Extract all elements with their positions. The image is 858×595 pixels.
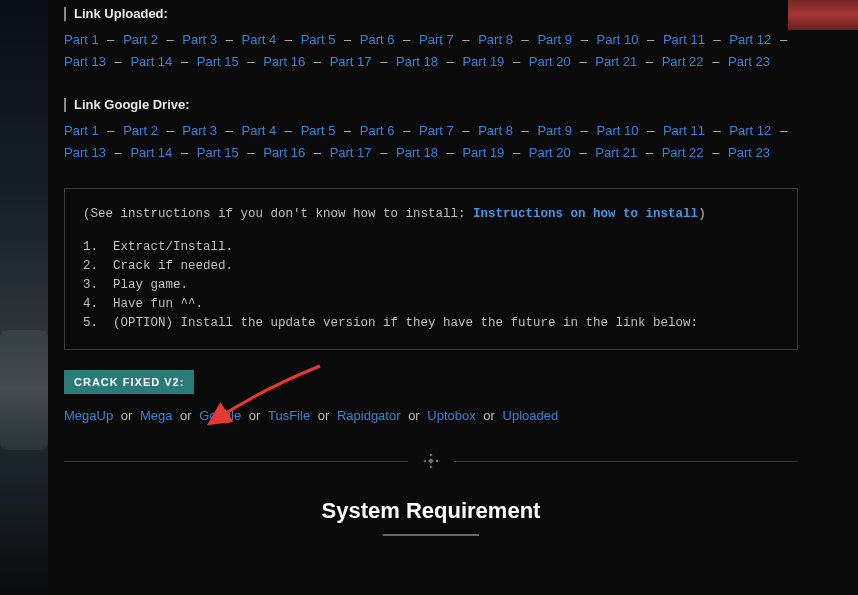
uploaded-part-link[interactable]: Part 23 bbox=[728, 54, 770, 69]
link-uploaded-heading: Link Uploaded: bbox=[64, 6, 798, 21]
gdrive-part-link[interactable]: Part 17 bbox=[330, 145, 372, 160]
section-divider bbox=[64, 461, 798, 484]
gdrive-part-link[interactable]: Part 2 bbox=[123, 123, 158, 138]
gdrive-part-link[interactable]: Part 3 bbox=[182, 123, 217, 138]
separator: – bbox=[280, 123, 297, 138]
link-gdrive-list: Part 1 – Part 2 – Part 3 – Part 4 – Part… bbox=[64, 120, 798, 164]
crack-provider-link[interactable]: Rapidgator bbox=[337, 408, 401, 423]
uploaded-part-link[interactable]: Part 20 bbox=[529, 54, 571, 69]
gdrive-part-link[interactable]: Part 13 bbox=[64, 145, 106, 160]
crack-provider-link[interactable]: Mega bbox=[140, 408, 173, 423]
uploaded-part-link[interactable]: Part 11 bbox=[663, 32, 705, 47]
gdrive-part-link[interactable]: Part 15 bbox=[197, 145, 239, 160]
uploaded-part-link[interactable]: Part 14 bbox=[130, 54, 172, 69]
separator: – bbox=[707, 145, 724, 160]
separator: – bbox=[242, 54, 259, 69]
separator: – bbox=[517, 32, 534, 47]
gdrive-part-link[interactable]: Part 18 bbox=[396, 145, 438, 160]
crack-provider-link[interactable]: MegaUp bbox=[64, 408, 113, 423]
system-requirement-underline bbox=[383, 534, 479, 536]
link-uploaded-list: Part 1 – Part 2 – Part 3 – Part 4 – Part… bbox=[64, 29, 798, 73]
uploaded-part-link[interactable]: Part 3 bbox=[182, 32, 217, 47]
link-gdrive-section: Link Google Drive: Part 1 – Part 2 – Par… bbox=[64, 97, 798, 164]
uploaded-part-link[interactable]: Part 5 bbox=[301, 32, 336, 47]
separator: – bbox=[442, 145, 459, 160]
instructions-steps: 1. Extract/Install.2. Crack if needed.3.… bbox=[83, 238, 779, 333]
instructions-link[interactable]: Instructions on how to install bbox=[473, 207, 698, 221]
gdrive-part-link[interactable]: Part 8 bbox=[478, 123, 513, 138]
uploaded-part-link[interactable]: Part 13 bbox=[64, 54, 106, 69]
separator: – bbox=[457, 32, 474, 47]
or-separator: or bbox=[172, 408, 199, 423]
uploaded-part-link[interactable]: Part 22 bbox=[662, 54, 704, 69]
uploaded-part-link[interactable]: Part 1 bbox=[64, 32, 99, 47]
separator: – bbox=[375, 54, 392, 69]
gdrive-part-link[interactable]: Part 22 bbox=[662, 145, 704, 160]
svg-rect-2 bbox=[424, 460, 427, 463]
separator: – bbox=[574, 145, 591, 160]
uploaded-part-link[interactable]: Part 8 bbox=[478, 32, 513, 47]
gdrive-part-link[interactable]: Part 7 bbox=[419, 123, 454, 138]
svg-rect-3 bbox=[436, 460, 439, 463]
link-gdrive-heading: Link Google Drive: bbox=[64, 97, 798, 112]
separator: – bbox=[280, 32, 297, 47]
uploaded-part-link[interactable]: Part 2 bbox=[123, 32, 158, 47]
uploaded-part-link[interactable]: Part 6 bbox=[360, 32, 395, 47]
gdrive-part-link[interactable]: Part 4 bbox=[242, 123, 277, 138]
separator: – bbox=[576, 32, 593, 47]
separator: – bbox=[709, 123, 726, 138]
instructions-post: ) bbox=[698, 207, 706, 221]
separator: – bbox=[221, 123, 238, 138]
crack-provider-link[interactable]: Google bbox=[199, 408, 241, 423]
gdrive-part-link[interactable]: Part 16 bbox=[263, 145, 305, 160]
gdrive-part-link[interactable]: Part 6 bbox=[360, 123, 395, 138]
uploaded-part-link[interactable]: Part 16 bbox=[263, 54, 305, 69]
separator: – bbox=[161, 123, 178, 138]
link-uploaded-section: Link Uploaded: Part 1 – Part 2 – Part 3 … bbox=[64, 6, 798, 73]
gdrive-part-link[interactable]: Part 20 bbox=[529, 145, 571, 160]
separator: – bbox=[574, 54, 591, 69]
gdrive-part-link[interactable]: Part 9 bbox=[537, 123, 572, 138]
gdrive-part-link[interactable]: Part 5 bbox=[301, 123, 336, 138]
uploaded-part-link[interactable]: Part 15 bbox=[197, 54, 239, 69]
separator: – bbox=[707, 54, 724, 69]
uploaded-part-link[interactable]: Part 9 bbox=[537, 32, 572, 47]
heading-bar-icon bbox=[64, 98, 66, 112]
or-separator: or bbox=[241, 408, 268, 423]
link-uploaded-heading-text: Link Uploaded: bbox=[74, 6, 168, 21]
or-separator: or bbox=[476, 408, 503, 423]
separator: – bbox=[375, 145, 392, 160]
gdrive-part-link[interactable]: Part 1 bbox=[64, 123, 99, 138]
gdrive-part-link[interactable]: Part 12 bbox=[729, 123, 771, 138]
svg-rect-0 bbox=[430, 454, 433, 457]
svg-rect-1 bbox=[430, 466, 433, 469]
gdrive-part-link[interactable]: Part 21 bbox=[595, 145, 637, 160]
gdrive-part-link[interactable]: Part 10 bbox=[597, 123, 639, 138]
gdrive-part-link[interactable]: Part 23 bbox=[728, 145, 770, 160]
separator: – bbox=[110, 145, 127, 160]
crack-provider-link[interactable]: TusFile bbox=[268, 408, 310, 423]
or-separator: or bbox=[310, 408, 337, 423]
separator: – bbox=[775, 32, 792, 47]
separator: – bbox=[398, 123, 415, 138]
uploaded-part-link[interactable]: Part 7 bbox=[419, 32, 454, 47]
uploaded-part-link[interactable]: Part 12 bbox=[729, 32, 771, 47]
uploaded-part-link[interactable]: Part 21 bbox=[595, 54, 637, 69]
gdrive-part-link[interactable]: Part 19 bbox=[462, 145, 504, 160]
separator: – bbox=[102, 32, 119, 47]
uploaded-part-link[interactable]: Part 4 bbox=[242, 32, 277, 47]
uploaded-part-link[interactable]: Part 18 bbox=[396, 54, 438, 69]
instructions-box: (See instructions if you don't know how … bbox=[64, 188, 798, 350]
separator: – bbox=[398, 32, 415, 47]
gdrive-part-link[interactable]: Part 11 bbox=[663, 123, 705, 138]
uploaded-part-link[interactable]: Part 17 bbox=[330, 54, 372, 69]
crack-provider-link[interactable]: Uptobox bbox=[427, 408, 475, 423]
crack-provider-list: MegaUp or Mega or Google or TusFile or R… bbox=[64, 408, 798, 423]
crack-provider-link[interactable]: Uploaded bbox=[503, 408, 559, 423]
separator: – bbox=[102, 123, 119, 138]
separator: – bbox=[508, 54, 525, 69]
gdrive-part-link[interactable]: Part 14 bbox=[130, 145, 172, 160]
uploaded-part-link[interactable]: Part 10 bbox=[597, 32, 639, 47]
uploaded-part-link[interactable]: Part 19 bbox=[462, 54, 504, 69]
divider-diamond-icon bbox=[408, 452, 454, 470]
